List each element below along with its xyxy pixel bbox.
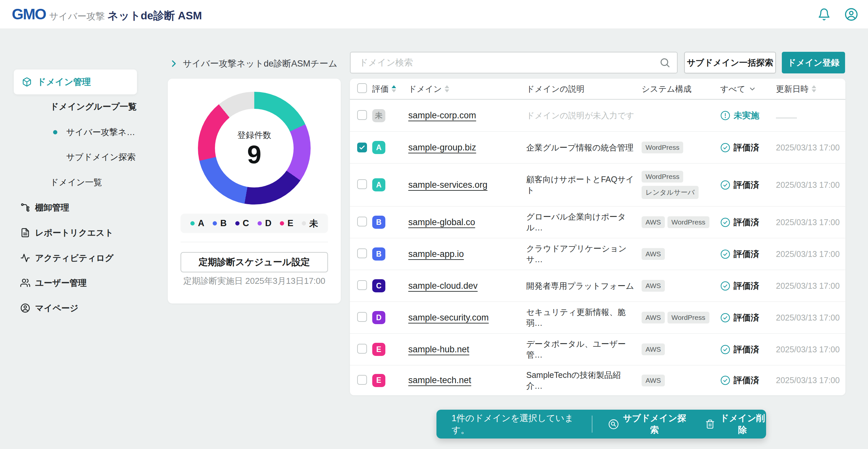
sidebar-item-activity-log[interactable]: アクティビティログ xyxy=(20,252,113,264)
schedule-date-value: 2025年3月13日17:00 xyxy=(245,276,325,286)
legend-dot-icon xyxy=(280,221,284,226)
sidebar-item-report-request[interactable]: レポートリクエスト xyxy=(20,227,113,239)
legend-item-D: D xyxy=(257,218,272,229)
column-header-domain[interactable]: ドメイン xyxy=(408,84,526,94)
app-header: GMO サイバー攻撃 ネットde診断 ASM xyxy=(0,0,868,29)
sort-updated-icon[interactable] xyxy=(812,85,816,92)
system-tag: WordPress xyxy=(642,171,683,183)
page: GMO サイバー攻撃 ネットde診断 ASM ドメイン管理ドメイングループ一覧サ… xyxy=(0,0,868,449)
domain-register-button[interactable]: ドメイン登録 xyxy=(782,52,845,73)
table-row: D sample-security.com セキュリティ更新情報、脆弱… AWS… xyxy=(350,301,845,333)
sidebar-item-domain-group-list[interactable]: ドメイングループ一覧 xyxy=(50,100,137,112)
chevron-down-icon xyxy=(748,85,756,93)
status-filter-dropdown[interactable]: すべて xyxy=(720,84,776,94)
table-header: 評価 ドメイン ドメインの説明 システム構成 すべて 更新日時 xyxy=(350,79,845,100)
sidebar-item-inventory-management[interactable]: 棚卸管理 xyxy=(20,202,69,213)
breadcrumb[interactable]: サイバー攻撃ネットde診断ASMチーム xyxy=(169,56,338,71)
system-tag: AWS xyxy=(642,248,665,260)
legend-item-E: E xyxy=(280,218,293,229)
donut-center-label: 登録件数 xyxy=(237,129,271,141)
row-checkbox[interactable] xyxy=(357,143,367,152)
domain-description: ドメインの説明が未入力です xyxy=(526,110,642,121)
domain-link[interactable]: sample-corp.com xyxy=(408,111,476,120)
sidebar-item-user-management[interactable]: ユーザー管理 xyxy=(20,277,87,289)
sidebar-item-domain-management[interactable]: ドメイン管理 xyxy=(14,69,137,94)
row-checkbox[interactable] xyxy=(357,217,367,227)
domain-description: データポータル、ユーザー管… xyxy=(526,338,642,360)
selection-message: 1件のドメインを選択しています。 xyxy=(452,412,577,436)
sidebar-item-my-page[interactable]: マイページ xyxy=(20,302,78,314)
domain-description: SampleTechの技術製品紹介… xyxy=(526,370,642,391)
domain-description: セキュリティ更新情報、脆弱… xyxy=(526,307,642,328)
domain-link[interactable]: sample-tech.net xyxy=(408,375,471,385)
system-tags: WordPress xyxy=(642,142,720,153)
row-checkbox[interactable] xyxy=(357,248,367,258)
updated-at xyxy=(776,111,845,120)
table-row: B sample-global.co グローバル企業向けポータル… AWSWor… xyxy=(350,206,845,238)
row-checkbox[interactable] xyxy=(357,179,367,189)
legend-item-C: C xyxy=(235,218,249,229)
domain-description: 顧客向けサポートとFAQサイト xyxy=(526,174,642,196)
domain-link[interactable]: sample-global.co xyxy=(408,217,475,227)
legend-dot-icon xyxy=(190,221,195,226)
legend-dot-icon xyxy=(257,221,262,226)
empty-dash xyxy=(776,118,797,118)
gmo-logo: GMO xyxy=(12,5,46,23)
grade-badge: B xyxy=(372,216,385,229)
domain-link[interactable]: sample-services.org xyxy=(408,180,488,190)
schedule-date: 定期診断実施日 2025年3月13日17:00 xyxy=(168,275,341,287)
status-alert-icon xyxy=(720,111,731,121)
divider xyxy=(181,242,328,242)
updated-at: 2025/03/13 17:00 xyxy=(776,281,845,291)
updated-at: 2025/03/13 17:00 xyxy=(776,143,845,152)
updated-at: 2025/03/13 17:00 xyxy=(776,313,845,323)
row-checkbox[interactable] xyxy=(357,280,367,290)
domain-link[interactable]: sample-hub.net xyxy=(408,345,469,354)
trash-icon xyxy=(705,419,715,429)
domain-search-input[interactable] xyxy=(350,52,678,73)
domain-description: クラウドアプリケーションサ… xyxy=(526,243,642,265)
schedule-settings-button[interactable]: 定期診断スケジュール設定 xyxy=(181,252,328,272)
user-account-icon[interactable] xyxy=(844,7,858,21)
notification-bell-icon[interactable] xyxy=(817,8,831,21)
table-row: 未 sample-corp.com ドメインの説明が未入力です 未実施 xyxy=(350,100,845,131)
system-tag: AWS xyxy=(642,280,665,292)
domain-link[interactable]: sample-security.com xyxy=(408,313,489,323)
table-row: E sample-hub.net データポータル、ユーザー管… AWS 評価済 … xyxy=(350,333,845,365)
sidebar-item-subdomain-search[interactable]: サブドメイン探索 xyxy=(66,151,136,163)
status-badge: 評価済 xyxy=(720,375,776,386)
select-all-checkbox[interactable] xyxy=(357,83,367,93)
legend-dot-icon xyxy=(302,221,306,226)
domain-description: 開発者専用プラットフォーム xyxy=(526,280,642,291)
sidebar-item-team-domain-group[interactable]: サイバー攻撃ネ… xyxy=(53,126,135,138)
header-icons xyxy=(817,7,858,21)
status-check-icon xyxy=(720,217,731,228)
grade-donut-chart: 登録件数 9 xyxy=(198,92,311,205)
sidebar-item-domain-list[interactable]: ドメイン一覧 xyxy=(50,176,102,188)
system-tags: AWSWordPress xyxy=(642,312,720,324)
grade-badge: B xyxy=(372,247,385,261)
system-tags: WordPressレンタルサーバ xyxy=(642,171,720,199)
domain-link[interactable]: sample-group.biz xyxy=(408,143,476,152)
sort-domain-icon[interactable] xyxy=(445,85,449,92)
row-checkbox[interactable] xyxy=(357,110,367,120)
row-checkbox[interactable] xyxy=(357,312,367,322)
status-badge: 評価済 xyxy=(720,142,776,153)
column-header-updated[interactable]: 更新日時 xyxy=(776,84,845,94)
sort-grade-icon[interactable] xyxy=(392,85,396,92)
status-badge: 評価済 xyxy=(720,179,776,191)
domain-link[interactable]: sample-app.io xyxy=(408,249,464,259)
row-checkbox[interactable] xyxy=(357,375,367,385)
domain-description: グローバル企業向けポータル… xyxy=(526,211,642,233)
domain-delete-action[interactable]: ドメイン削除 xyxy=(705,412,766,436)
status-badge: 評価済 xyxy=(720,280,776,292)
donut-center: 登録件数 9 xyxy=(215,109,293,187)
subdomain-search-action[interactable]: サブドメイン探索 xyxy=(608,412,686,436)
subdomain-bulk-search-button[interactable]: サブドメイン一括探索 xyxy=(684,52,776,73)
system-tag: AWS xyxy=(642,343,665,355)
domain-link[interactable]: sample-cloud.dev xyxy=(408,281,478,291)
column-header-grade[interactable]: 評価 xyxy=(372,84,408,94)
row-checkbox[interactable] xyxy=(357,344,367,354)
updated-at: 2025/03/13 17:00 xyxy=(776,180,845,190)
grade-badge: A xyxy=(372,178,385,191)
